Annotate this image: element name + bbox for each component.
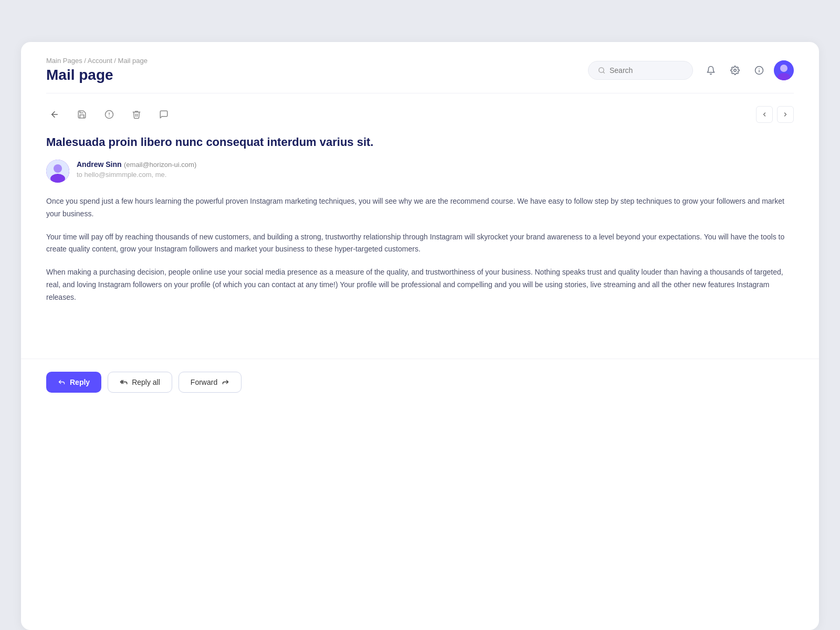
mail-footer: Reply Reply all Forward	[21, 359, 819, 412]
forward-button[interactable]: Forward	[178, 372, 242, 393]
back-button[interactable]	[46, 106, 63, 123]
reply-label: Reply	[70, 378, 90, 386]
avatar[interactable]	[774, 60, 794, 80]
sender-info: Andrew Sinn (email@horizon-ui.com) to he…	[77, 160, 196, 178]
chat-button[interactable]	[155, 106, 172, 123]
search-icon	[598, 66, 605, 75]
next-button[interactable]	[777, 106, 794, 123]
reply-all-button[interactable]: Reply all	[108, 372, 172, 393]
body-paragraph-3: When making a purchasing decision, peopl…	[46, 266, 794, 303]
search-input[interactable]	[610, 66, 683, 75]
sender-row: Andrew Sinn (email@horizon-ui.com) to he…	[46, 160, 794, 183]
settings-button[interactable]	[726, 61, 744, 80]
body-paragraph-1: Once you spend just a few hours learning…	[46, 195, 794, 220]
svg-point-2	[734, 69, 737, 71]
prev-button[interactable]	[756, 106, 773, 123]
info-button[interactable]	[750, 61, 769, 80]
breadcrumb: Main Pages / Account / Mail page Mail pa…	[46, 57, 148, 83]
email-subject: Malesuada proin libero nunc consequat in…	[46, 135, 794, 149]
reply-all-label: Reply all	[132, 378, 160, 386]
svg-line-1	[603, 72, 605, 74]
trash-button[interactable]	[128, 106, 145, 123]
mail-toolbar	[46, 106, 794, 123]
save-button[interactable]	[74, 106, 90, 123]
search-box[interactable]	[588, 61, 693, 80]
flag-button[interactable]	[101, 106, 118, 123]
sender-name: Andrew Sinn	[77, 160, 122, 169]
reply-button[interactable]: Reply	[46, 372, 101, 393]
email-body: Once you spend just a few hours learning…	[46, 195, 794, 304]
svg-point-7	[780, 65, 788, 72]
page-title: Mail page	[46, 67, 148, 83]
breadcrumb-path: Main Pages / Account / Mail page	[46, 57, 148, 65]
forward-label: Forward	[191, 378, 217, 386]
sender-avatar	[46, 160, 69, 183]
body-paragraph-2: Your time will pay off by reaching thous…	[46, 231, 794, 256]
sender-to: to hello@simmmple.com, me.	[77, 171, 196, 178]
sender-email: (email@horizon-ui.com)	[124, 161, 196, 169]
svg-point-14	[54, 164, 62, 173]
notification-button[interactable]	[701, 61, 720, 80]
